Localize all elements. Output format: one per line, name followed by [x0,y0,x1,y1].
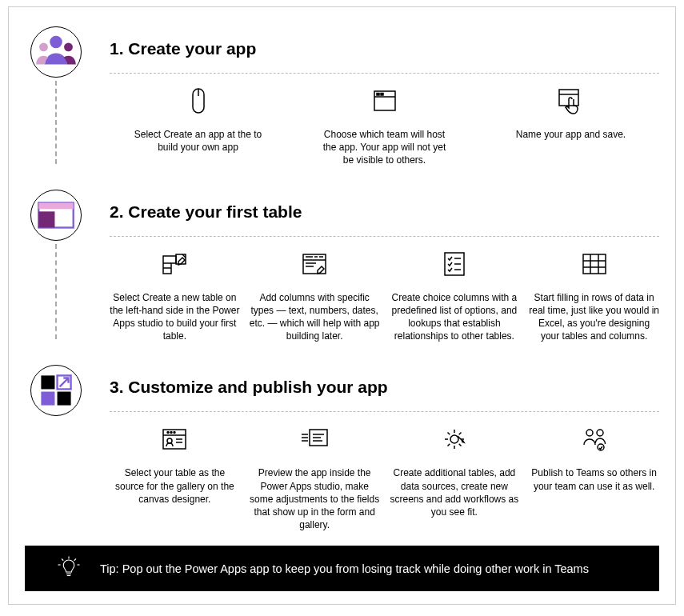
step-text: Create additional tables, add data sourc… [390,466,520,518]
section-2-title: 2. Create your first table [110,202,659,222]
tip-text: Tip: Pop out the Power Apps app to keep … [100,562,589,575]
step-text: Publish to Teams so others in your team … [529,466,659,492]
gallery-icon [158,423,190,466]
svg-point-40 [170,432,172,434]
svg-point-41 [174,432,175,434]
section-icon-publish [30,365,82,416]
checklist-icon [438,248,470,291]
gear-icon [438,423,470,466]
svg-rect-28 [583,254,606,274]
mouse-icon [182,85,214,128]
svg-rect-36 [58,392,71,406]
svg-rect-8 [381,94,383,96]
step-text: Select Create an app at the to build you… [130,128,266,154]
svg-rect-35 [41,392,54,406]
svg-rect-33 [41,376,54,390]
svg-line-61 [62,559,63,561]
svg-point-1 [39,42,48,51]
svg-rect-7 [377,94,379,96]
create-table-icon [158,248,190,291]
team-publish-icon [578,423,610,466]
svg-point-2 [64,42,73,51]
svg-point-53 [586,430,593,436]
step-text: Preview the app inside the Power Apps st… [250,466,380,531]
tip-bar: Tip: Pop out the Power Apps app to keep … [25,546,659,591]
step-text: Add columns with specific types — text, … [250,291,380,343]
step-text: Create choice columns with a predefined … [390,291,520,343]
section-icon-table [30,190,82,241]
window-icon [369,85,401,128]
section-1-title: 1. Create your app [110,39,659,58]
section-icon-people [30,26,82,78]
lightbulb-icon [57,555,81,582]
svg-point-52 [450,435,458,443]
svg-point-42 [167,438,172,443]
columns-icon [298,248,330,291]
step-text: Choose which team will host the app. You… [317,128,453,167]
divider [110,73,659,74]
svg-point-39 [167,432,169,434]
step-text: Start filling in rows of data in real ti… [529,291,659,343]
divider [110,411,659,412]
form-icon [298,423,330,466]
grid-icon [578,248,610,291]
svg-point-0 [50,36,62,49]
svg-point-54 [597,430,603,436]
svg-rect-12 [38,202,73,209]
section-3-title: 3. Customize and publish your app [110,378,659,397]
touch-icon [555,85,587,128]
svg-rect-13 [38,211,54,227]
svg-line-62 [74,559,76,561]
divider [110,236,659,237]
step-text: Select Create a new table on the left-ha… [110,291,240,343]
step-text: Select your table as the source for the … [110,466,240,506]
step-text: Name your app and save. [516,128,626,141]
